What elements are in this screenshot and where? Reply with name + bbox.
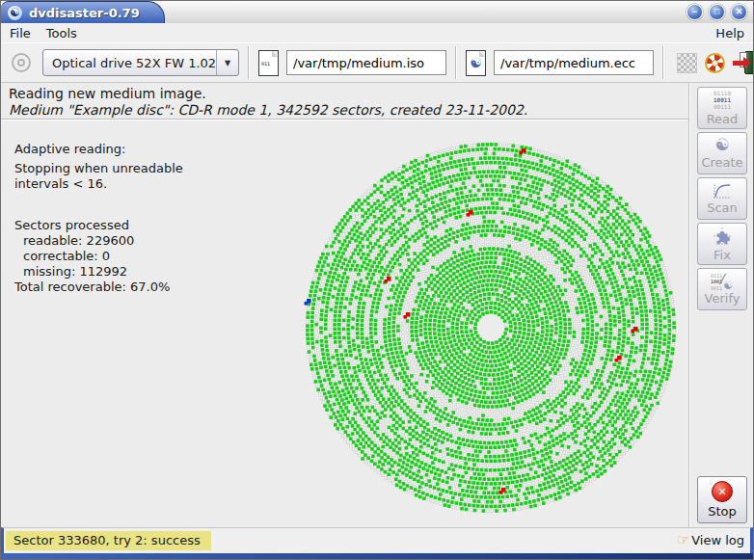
statusbar: Sector 333680, try 2: success ☞ View log [1, 527, 753, 553]
stop-label: Stop [708, 504, 737, 519]
drive-selector[interactable]: Optical drive 52X FW 1.02 ▼ [42, 49, 239, 76]
toolbar-separator [662, 46, 664, 79]
menu-tools[interactable]: Tools [46, 26, 77, 40]
ecc-file-icon: ☯ [466, 50, 486, 76]
readable-count: readable: 229600 [14, 233, 183, 249]
create-button[interactable]: ☯ Create [697, 132, 747, 174]
quit-button[interactable] [733, 51, 754, 75]
main-content: Reading new medium image. Medium "Exampl… [1, 83, 689, 527]
ecc-file-input[interactable] [494, 50, 654, 75]
menu-help[interactable]: Help [715, 26, 744, 40]
view-log-button[interactable]: ☞ View log [675, 531, 746, 549]
app-window: ☯ dvdisaster-0.79 − □ ✕ File Tools Help … [0, 0, 754, 560]
medium-description: Medium "Example disc": CD-R mode 1, 3425… [9, 102, 688, 118]
chevron-down-icon: ▼ [216, 50, 238, 75]
fix-button[interactable]: Fix [697, 223, 747, 265]
toolbar-separator [248, 46, 250, 79]
toolbar-separator [455, 46, 457, 79]
stop-icon: ✕ [712, 481, 733, 502]
correctable-count: correctable: 0 [14, 249, 183, 264]
menubar: File Tools Help [1, 23, 753, 42]
stop-button[interactable]: ✕ Stop [697, 476, 747, 523]
sectors-processed-label: Sectors processed [14, 218, 183, 233]
close-button[interactable]: ✕ [731, 4, 747, 20]
window-bottom-border [1, 553, 753, 559]
cd-drive-icon [12, 53, 31, 72]
scan-button[interactable]: Scan [697, 177, 747, 220]
titlebar: ☯ dvdisaster-0.79 − □ ✕ [1, 1, 753, 24]
fix-label: Fix [714, 248, 731, 262]
operation-title: Reading new medium image. [9, 86, 688, 101]
window-title: dvdisaster-0.79 [29, 6, 140, 20]
view-log-label: View log [691, 533, 744, 547]
verify-label: Verify [705, 291, 741, 306]
read-button[interactable]: 01110 10011 00111 Read [697, 87, 747, 129]
operation-heading: Reading new medium image. Medium "Exampl… [1, 83, 688, 120]
fix-puzzle-icon [713, 227, 732, 246]
create-label: Create [701, 155, 742, 170]
pointing-hand-icon: ☞ [677, 533, 689, 547]
create-yinyang-icon: ☯ [714, 137, 729, 153]
window-controls: − □ ✕ [687, 4, 747, 20]
stopping-condition-line2: intervals < 16. [14, 176, 183, 192]
strategy-label: Adaptive reading: [14, 142, 183, 157]
read-label: Read [707, 112, 739, 126]
image-file-icon: 011 10011 00111 [258, 50, 279, 76]
workarea: Adaptive reading: Stopping when unreadab… [1, 120, 688, 527]
reading-info-panel: Adaptive reading: Stopping when unreadab… [14, 142, 183, 295]
maximize-button[interactable]: □ [709, 4, 725, 20]
status-message: Sector 333680, try 2: success [6, 531, 211, 550]
preferences-button[interactable] [677, 53, 697, 73]
scan-label: Scan [707, 200, 738, 215]
exit-door-icon [733, 51, 754, 75]
toolbar: Optical drive 52X FW 1.02 ▼ 011 10011 00… [1, 42, 753, 83]
app-yinyang-icon: ☯ [8, 6, 22, 20]
preferences-disabled-icon [677, 53, 697, 73]
missing-count: missing: 112992 [14, 264, 183, 280]
read-binary-icon: 01110 10011 00111 [714, 90, 731, 111]
title-tab[interactable]: ☯ dvdisaster-0.79 [1, 1, 165, 23]
verify-button[interactable]: 0111 1001 0011 / ☯ Verify [697, 268, 747, 310]
stopping-condition-line1: Stopping when unreadable [14, 161, 183, 176]
lifebelt-icon [705, 53, 725, 73]
help-button[interactable] [705, 53, 725, 73]
drive-selector-value: Optical drive 52X FW 1.02 [43, 56, 216, 70]
disc-canvas [298, 135, 684, 520]
action-sidebar: 01110 10011 00111 Read ☯ Create Scan Fix [689, 83, 753, 527]
scan-curve-icon [713, 182, 732, 199]
total-recoverable: Total recoverable: 67.0% [14, 280, 183, 295]
minimize-button[interactable]: − [687, 4, 703, 20]
verify-icon: 0111 1001 0011 / ☯ [711, 273, 734, 289]
menu-file[interactable]: File [10, 26, 31, 40]
iso-file-input[interactable] [286, 50, 446, 75]
